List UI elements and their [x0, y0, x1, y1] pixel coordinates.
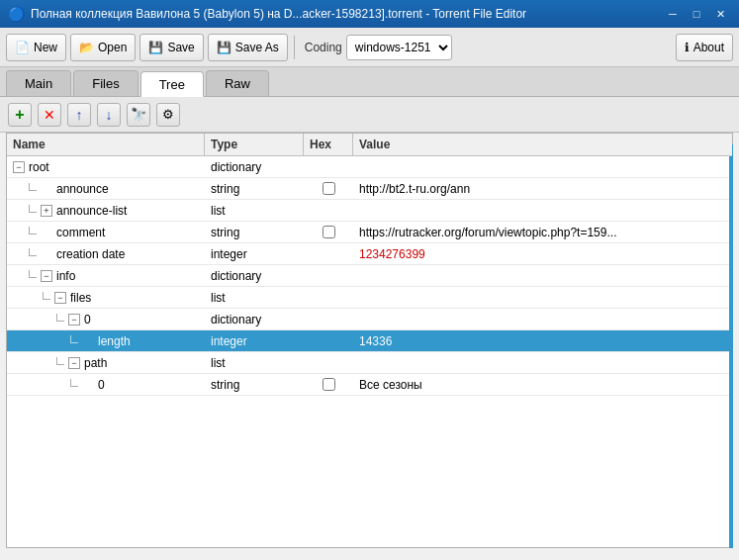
table-row[interactable]: − files list	[7, 287, 732, 309]
close-button[interactable]: ✕	[709, 4, 731, 24]
type-cell: integer	[205, 330, 304, 351]
coding-label: Coding	[305, 41, 342, 54]
name-cell: − path	[7, 352, 205, 373]
table-row[interactable]: announce string http://bt2.t-ru.org/ann	[7, 178, 732, 200]
app-icon: 🔵	[8, 6, 25, 22]
edit-button[interactable]: ⚙	[156, 103, 180, 127]
tab-files[interactable]: Files	[73, 70, 138, 96]
new-button[interactable]: 📄 New	[6, 34, 66, 61]
table-row[interactable]: length integer 14336	[7, 330, 732, 352]
name-cell: − root	[7, 156, 205, 177]
coding-select[interactable]: windows-1251 UTF-8 ISO-8859-1	[346, 35, 452, 60]
hex-cell	[304, 287, 353, 308]
value-cell: http://bt2.t-ru.org/ann	[353, 178, 732, 199]
value-cell	[353, 287, 732, 308]
title-bar-controls: ─ □ ✕	[662, 4, 731, 24]
new-icon: 📄	[15, 41, 30, 54]
move-up-button[interactable]: ↑	[67, 103, 91, 127]
title-bar-text: Полная коллекция Вавилона 5 (Babylon 5) …	[31, 7, 656, 21]
expand-btn[interactable]: +	[41, 205, 52, 217]
value-cell	[353, 309, 732, 329]
save-button[interactable]: 💾 Save	[139, 34, 203, 61]
info-icon: ℹ	[685, 41, 690, 54]
table-row[interactable]: 0 string Все сезоны	[7, 374, 732, 396]
tab-main[interactable]: Main	[6, 70, 71, 96]
tab-tree[interactable]: Tree	[140, 71, 204, 97]
add-button[interactable]: +	[8, 103, 32, 127]
value-cell: https://rutracker.org/forum/viewtopic.ph…	[353, 222, 732, 242]
table-row[interactable]: − info dictionary	[7, 265, 732, 287]
value-cell: 14336	[353, 330, 732, 351]
value-cell	[353, 352, 732, 373]
open-button[interactable]: 📂 Open	[70, 34, 136, 61]
table-row[interactable]: − root dictionary	[7, 156, 732, 178]
type-cell: dictionary	[205, 265, 304, 286]
maximize-button[interactable]: □	[686, 4, 707, 24]
remove-button[interactable]: ✕	[38, 103, 61, 127]
expand-btn[interactable]: −	[13, 161, 25, 173]
header-type: Type	[205, 134, 304, 155]
save-icon: 💾	[148, 41, 163, 54]
type-cell: string	[205, 178, 304, 199]
value-cell	[353, 200, 732, 221]
hex-checkbox[interactable]	[323, 182, 335, 195]
header-hex: Hex	[304, 134, 353, 155]
title-bar: 🔵 Полная коллекция Вавилона 5 (Babylon 5…	[0, 0, 739, 28]
value-cell: Все сезоны	[353, 374, 732, 395]
tree-toolbar: + ✕ ↑ ↓ 🔭 ⚙	[0, 97, 739, 133]
hex-cell[interactable]	[304, 178, 353, 199]
hex-cell	[304, 352, 353, 373]
hex-checkbox[interactable]	[323, 378, 335, 391]
table-row[interactable]: − path list	[7, 352, 732, 374]
about-button[interactable]: ℹ About	[676, 34, 733, 61]
name-cell: announce	[7, 178, 205, 199]
name-cell: − 0	[7, 309, 205, 329]
table-row[interactable]: + announce-list list	[7, 200, 732, 222]
name-cell: 0	[7, 374, 205, 395]
hex-cell	[304, 156, 353, 177]
content-area: Name Type Hex Value − root dictionary an…	[6, 133, 733, 548]
toolbar: 📄 New 📂 Open 💾 Save 💾 Save As Coding win…	[0, 28, 739, 67]
type-cell: integer	[205, 243, 304, 264]
value-cell: 1234276399	[353, 243, 732, 264]
search-button[interactable]: 🔭	[127, 103, 150, 127]
type-cell: string	[205, 374, 304, 395]
expand-btn[interactable]: −	[41, 270, 52, 282]
name-cell: − info	[7, 265, 205, 286]
type-cell: list	[205, 352, 304, 373]
type-cell: dictionary	[205, 156, 304, 177]
value-cell	[353, 156, 732, 177]
type-cell: string	[205, 222, 304, 242]
type-cell: list	[205, 287, 304, 308]
hex-cell[interactable]	[304, 222, 353, 242]
expand-btn[interactable]: −	[68, 314, 80, 326]
tabs-bar: Main Files Tree Raw	[0, 67, 739, 97]
hex-cell[interactable]	[304, 374, 353, 395]
name-cell: length	[7, 330, 205, 351]
expand-btn[interactable]: −	[54, 292, 66, 304]
tab-raw[interactable]: Raw	[206, 70, 269, 96]
move-down-button[interactable]: ↓	[97, 103, 121, 127]
hex-cell	[304, 243, 353, 264]
save-as-button[interactable]: 💾 Save As	[208, 34, 288, 61]
type-cell: list	[205, 200, 304, 221]
hex-checkbox[interactable]	[323, 226, 335, 238]
table-row[interactable]: − 0 dictionary	[7, 309, 732, 330]
expand-btn[interactable]: −	[68, 357, 80, 369]
name-cell: creation date	[7, 243, 205, 264]
name-cell: + announce-list	[7, 200, 205, 221]
header-value: Value	[353, 134, 724, 155]
table-row[interactable]: creation date integer 1234276399	[7, 243, 732, 265]
type-cell: dictionary	[205, 309, 304, 329]
table-row[interactable]: comment string https://rutracker.org/for…	[7, 222, 732, 243]
minimize-button[interactable]: ─	[662, 4, 684, 24]
open-icon: 📂	[79, 41, 94, 54]
tree-table[interactable]: Name Type Hex Value − root dictionary an…	[7, 134, 732, 547]
hex-cell	[304, 265, 353, 286]
save-as-icon: 💾	[217, 41, 231, 54]
header-name: Name	[7, 134, 205, 155]
name-cell: comment	[7, 222, 205, 242]
hex-cell	[304, 330, 353, 351]
name-cell: − files	[7, 287, 205, 308]
value-cell	[353, 265, 732, 286]
